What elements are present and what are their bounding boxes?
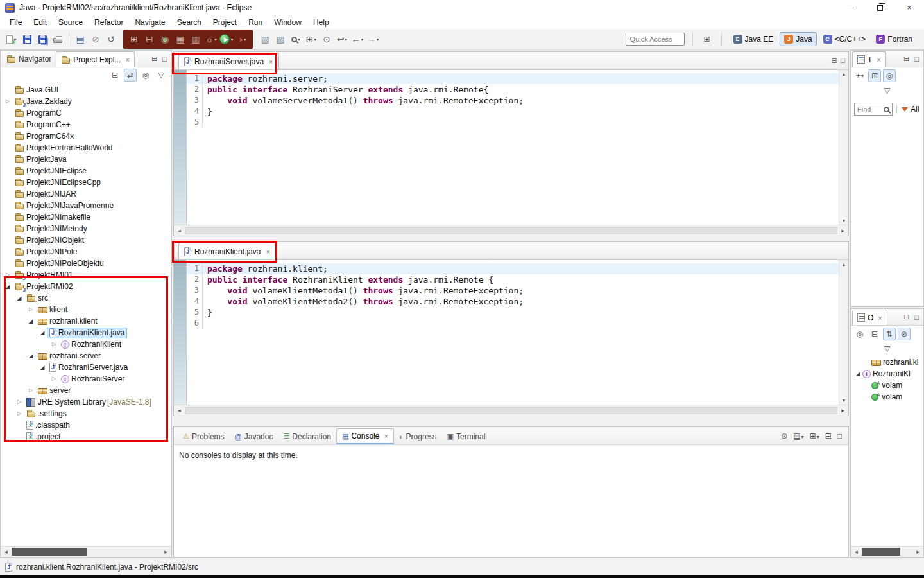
- display-console-button[interactable]: ▤▾: [793, 432, 803, 441]
- filter-all-link[interactable]: All: [896, 105, 919, 114]
- close-view-icon[interactable]: ×: [384, 432, 388, 440]
- forward-button[interactable]: →▾: [366, 31, 380, 47]
- menu-run[interactable]: Run: [243, 17, 268, 28]
- code-area[interactable]: 1package rozhrani.server;2public interfa…: [187, 70, 839, 225]
- collapse-arrow-icon[interactable]: ◢: [3, 281, 12, 292]
- menu-project[interactable]: Project: [207, 17, 243, 28]
- collapse-arrow-icon[interactable]: ◢: [38, 362, 47, 373]
- tree-item-rozhraniserver-java[interactable]: ◢RozhraniServer.java: [1, 362, 171, 373]
- expand-arrow-icon[interactable]: ▷: [15, 408, 24, 419]
- menu-search[interactable]: Search: [171, 17, 207, 28]
- expand-arrow-icon[interactable]: ▷: [3, 96, 12, 107]
- expand-arrow-icon[interactable]: ▷: [49, 338, 58, 350]
- tree-item-projektjnipole[interactable]: ProjektJNIPole: [1, 246, 171, 258]
- collapse-all-button[interactable]: ⊟: [868, 328, 881, 340]
- tree-item-programc[interactable]: ProgramC: [1, 107, 171, 119]
- scroll-left-icon[interactable]: ◂: [851, 547, 862, 557]
- view-menu-icon[interactable]: ▽: [853, 342, 921, 355]
- editor-tab-rozhraniklient-java[interactable]: RozhraniKlient.java ×: [178, 243, 276, 259]
- menu-window[interactable]: Window: [268, 17, 307, 28]
- menu-source[interactable]: Source: [53, 17, 89, 28]
- scroll-up-icon[interactable]: ▴: [839, 71, 848, 77]
- minimize-view-icon[interactable]: ⊟: [903, 313, 909, 321]
- outline-horizontal-scrollbar[interactable]: ◂ ▸: [851, 546, 923, 557]
- quick-access-box[interactable]: Quick Access: [626, 33, 685, 46]
- menu-edit[interactable]: Edit: [28, 17, 53, 28]
- scrollbar-thumb[interactable]: [185, 407, 837, 414]
- collapse-all-button[interactable]: ⊟: [108, 69, 121, 82]
- mark-occurrences-button[interactable]: ⊙: [320, 31, 334, 47]
- find-input[interactable]: Find: [854, 103, 893, 116]
- tree-item-server[interactable]: ▷server: [1, 385, 171, 396]
- save-button[interactable]: [20, 31, 34, 47]
- link-with-editor-button[interactable]: ⇄: [124, 69, 137, 82]
- show-columns-button[interactable]: ▥: [189, 31, 203, 47]
- pin-console-icon[interactable]: ⊙: [781, 432, 787, 441]
- view-tab-javadoc[interactable]: @Javadoc: [230, 428, 278, 444]
- back-button[interactable]: ←▾: [350, 31, 364, 47]
- tree-item-projektjnimetody[interactable]: ProjektJNIMetody: [1, 223, 171, 234]
- outline-item-volam[interactable]: Avolam: [851, 380, 923, 391]
- tree-item-settings[interactable]: ▷.settings: [1, 408, 171, 419]
- tree-item-java-zaklady[interactable]: ▷JJava.Zaklady: [1, 96, 171, 107]
- tree-item-klient[interactable]: ▷klient: [1, 304, 171, 315]
- scroll-down-icon[interactable]: ▾: [839, 398, 848, 403]
- save-all-button[interactable]: [35, 31, 49, 47]
- scrollbar-thumb[interactable]: [862, 548, 900, 556]
- scroll-left-icon[interactable]: ◂: [1, 547, 12, 557]
- tree-item-classpath[interactable]: .classpath: [1, 419, 171, 431]
- view-tab-task-list[interactable]: T ×: [852, 51, 886, 67]
- last-edit-location-button[interactable]: ↩▾: [335, 31, 349, 47]
- explorer-horizontal-scrollbar[interactable]: ◂ ▸: [1, 546, 171, 557]
- close-view-icon[interactable]: ×: [125, 56, 129, 64]
- tree-item-rozhraniklient[interactable]: ▷RozhraniKlient: [1, 338, 171, 350]
- code-line[interactable]: 5: [187, 117, 839, 128]
- code-line[interactable]: 6: [187, 318, 839, 329]
- open-console-button[interactable]: ⊞▾: [810, 432, 819, 441]
- tree-item-projektrmi01[interactable]: ▷JProjektRMI01: [1, 269, 171, 281]
- scroll-right-icon[interactable]: ▸: [912, 547, 923, 557]
- code-line[interactable]: 2public interface RozhraniServer extends…: [187, 84, 839, 95]
- maximize-view-icon[interactable]: □: [162, 55, 167, 63]
- close-view-icon[interactable]: ×: [877, 56, 880, 64]
- tree-item-rozhraniserver[interactable]: ▷RozhraniServer: [1, 373, 171, 385]
- tree-item-jre-system-library[interactable]: ▷JRE System Library [JavaSE-1.8]: [1, 396, 171, 408]
- code-line[interactable]: 4}: [187, 106, 839, 117]
- maximize-editor-icon[interactable]: □: [841, 57, 845, 65]
- menu-file[interactable]: File: [4, 17, 28, 28]
- scroll-right-icon[interactable]: ▸: [837, 225, 848, 236]
- new-package-button[interactable]: ⊟: [142, 31, 157, 47]
- sort-button[interactable]: ⇅: [883, 328, 896, 340]
- code-line[interactable]: 1package rozhrani.klient;: [187, 263, 839, 274]
- tree-item-projektjnieclipsecpp[interactable]: ProjektJNIEclipseCpp: [1, 177, 171, 188]
- outline-item-rozhranikl[interactable]: ◢RozhraniKl: [851, 368, 923, 380]
- code-line[interactable]: 4 void volameKlientMetoda2() throws java…: [187, 296, 839, 307]
- scroll-down-icon[interactable]: ▾: [839, 218, 848, 223]
- open-console-button[interactable]: ▤: [73, 31, 87, 47]
- close-button[interactable]: ×: [894, 0, 924, 15]
- refresh-button[interactable]: ↺: [104, 31, 118, 47]
- new-wizard-alt-button[interactable]: ▧: [258, 31, 272, 47]
- new-task-button[interactable]: +▾: [853, 69, 866, 82]
- outline-item-rozhrani-kl[interactable]: rozhrani.kl: [851, 356, 923, 368]
- horizontal-scrollbar[interactable]: ◂ ▸: [174, 405, 848, 416]
- view-tab-declaration[interactable]: ☰Declaration: [278, 428, 336, 444]
- tree-item-project[interactable]: .project: [1, 431, 171, 442]
- show-table-button[interactable]: ▦: [173, 31, 187, 47]
- code-line[interactable]: 1package rozhrani.server;: [187, 73, 839, 84]
- tree-item-projektfortranhalloworld[interactable]: ProjektFortranHalloWorld: [1, 142, 171, 153]
- expand-arrow-icon[interactable]: ▷: [49, 373, 58, 385]
- external-tools-button[interactable]: ⊞▾: [304, 31, 318, 47]
- maximize-view-icon[interactable]: □: [914, 313, 919, 321]
- minimize-view-icon[interactable]: ⊟: [903, 55, 909, 63]
- collapse-arrow-icon[interactable]: ◢: [853, 368, 862, 380]
- maximize-view-icon[interactable]: □: [914, 55, 919, 63]
- debug-button[interactable]: ☼▾: [204, 31, 218, 47]
- collapse-arrow-icon[interactable]: ◢: [38, 327, 47, 338]
- new-wizard-button[interactable]: ▾: [4, 31, 19, 47]
- restore-button[interactable]: [865, 0, 894, 15]
- horizontal-scrollbar[interactable]: ◂ ▸: [174, 225, 848, 236]
- view-tab-console[interactable]: ▤Console×: [336, 428, 394, 444]
- view-menu-icon[interactable]: ▽: [155, 69, 167, 82]
- perspective-java-ee[interactable]: EJava EE: [730, 33, 778, 46]
